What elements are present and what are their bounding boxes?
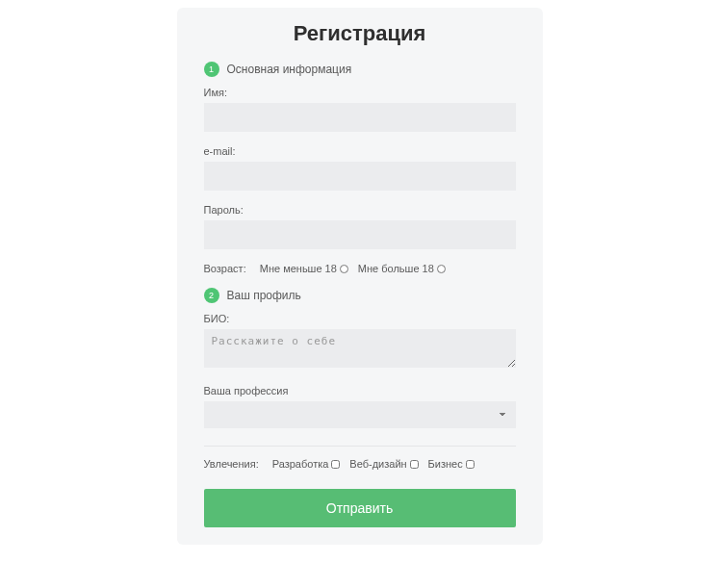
age-over-radio[interactable] <box>437 265 446 273</box>
password-input[interactable] <box>204 220 516 249</box>
hobby-business-label: Бизнес <box>428 458 463 470</box>
hobby-design-label: Веб-дизайн <box>349 458 406 470</box>
section-header-basic: 1 Основная информация <box>204 62 516 77</box>
hobbies-row: Увлечения: Разработка Веб-дизайн Бизнес <box>204 458 516 470</box>
registration-form: Регистрация 1 Основная информация Имя: e… <box>177 8 543 545</box>
separator <box>204 446 516 447</box>
email-label: e-mail: <box>204 145 516 157</box>
section-title-profile: Ваш профиль <box>227 289 301 302</box>
profession-select[interactable] <box>204 401 516 428</box>
section-header-profile: 2 Ваш профиль <box>204 288 516 303</box>
step-badge-1: 1 <box>204 62 219 77</box>
password-label: Пароль: <box>204 204 516 216</box>
profession-label: Ваша профессия <box>204 385 516 396</box>
hobby-design-checkbox[interactable] <box>410 460 419 469</box>
bio-label: БИО: <box>204 313 516 324</box>
step-badge-2: 2 <box>204 288 219 303</box>
hobby-business-checkbox[interactable] <box>466 460 475 469</box>
email-input[interactable] <box>204 162 516 191</box>
age-label: Возраст: <box>204 263 246 274</box>
age-over-label: Мне больше 18 <box>358 263 434 274</box>
bio-textarea[interactable] <box>204 329 516 368</box>
age-row: Возраст: Мне меньше 18 Мне больше 18 <box>204 263 516 274</box>
hobby-dev-label: Разработка <box>272 458 329 470</box>
section-title-basic: Основная информация <box>227 63 352 76</box>
submit-button[interactable]: Отправить <box>204 489 516 527</box>
page-title: Регистрация <box>204 21 516 46</box>
name-input[interactable] <box>204 103 516 132</box>
age-under-radio[interactable] <box>340 265 348 273</box>
hobbies-label: Увлечения: <box>204 458 259 470</box>
hobby-dev-checkbox[interactable] <box>331 460 340 469</box>
name-label: Имя: <box>204 87 516 98</box>
age-under-label: Мне меньше 18 <box>260 263 337 274</box>
